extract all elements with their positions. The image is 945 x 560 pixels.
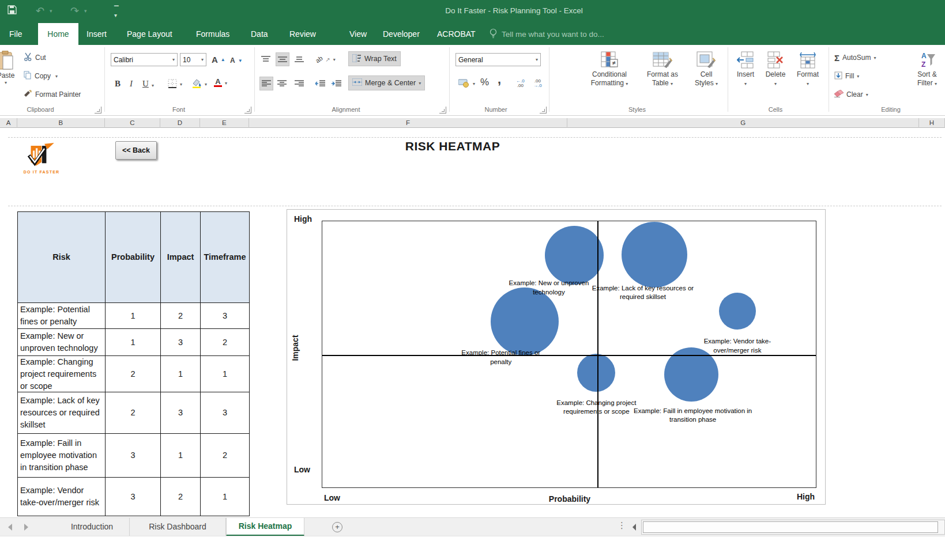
tab-developer[interactable]: Developer bbox=[383, 23, 420, 45]
increase-indent-button[interactable] bbox=[330, 77, 344, 90]
next-sheet-icon[interactable] bbox=[24, 524, 28, 531]
sheet-tab-introduction[interactable]: Introduction bbox=[55, 518, 130, 536]
delete-cells-button[interactable]: Delete▾ bbox=[761, 48, 790, 104]
tell-me-box[interactable]: Tell me what you want to do... bbox=[489, 23, 604, 45]
value-cell[interactable]: 2 bbox=[201, 329, 250, 356]
percent-style-button[interactable]: % bbox=[479, 75, 491, 89]
wrap-text-button[interactable]: Wrap Text bbox=[348, 51, 401, 66]
align-top-button[interactable] bbox=[259, 52, 272, 66]
chart-bubble[interactable] bbox=[622, 222, 687, 287]
comma-style-button[interactable]: , bbox=[496, 73, 503, 86]
format-cells-button[interactable]: Format▾ bbox=[792, 48, 823, 104]
horizontal-scrollbar[interactable] bbox=[641, 520, 945, 535]
risk-cell[interactable]: Example: Faill in employee motivation in… bbox=[18, 434, 106, 478]
tab-acrobat[interactable]: ACROBAT bbox=[437, 23, 476, 45]
italic-button[interactable]: I bbox=[128, 77, 134, 90]
chart-bubble[interactable] bbox=[577, 354, 615, 392]
value-cell[interactable]: 2 bbox=[201, 434, 250, 478]
value-cell[interactable]: 1 bbox=[106, 329, 161, 356]
fill-button[interactable]: Fill ▾ bbox=[833, 69, 861, 83]
value-cell[interactable]: 2 bbox=[106, 392, 161, 434]
alignment-dialog-launcher[interactable] bbox=[439, 107, 446, 113]
column-header-C[interactable]: C bbox=[105, 118, 160, 128]
align-left-button[interactable] bbox=[259, 77, 273, 90]
value-cell[interactable]: 3 bbox=[201, 392, 250, 434]
risk-heatmap-chart[interactable]: High Low Impact Low Probability High Exa… bbox=[287, 209, 826, 505]
clear-button[interactable]: Clear ▾ bbox=[833, 88, 870, 101]
more-options-icon[interactable]: ⋮ bbox=[618, 520, 626, 531]
align-middle-button[interactable] bbox=[276, 52, 289, 66]
orientation-button[interactable]: ab ↗ ▾ bbox=[314, 52, 337, 66]
decrease-indent-button[interactable] bbox=[314, 77, 327, 90]
sort-filter-button[interactable]: AZ Sort &Filter ▾ bbox=[910, 48, 944, 104]
tab-formulas[interactable]: Formulas bbox=[196, 23, 229, 45]
font-name-combo[interactable]: Calibri ▾ bbox=[111, 53, 178, 66]
value-cell[interactable]: 2 bbox=[106, 356, 161, 392]
column-header-G[interactable]: G bbox=[567, 118, 919, 128]
column-header-D[interactable]: D bbox=[160, 118, 200, 128]
previous-sheet-icon[interactable] bbox=[8, 524, 12, 531]
column-header-H[interactable]: H bbox=[919, 118, 945, 128]
increase-decimal-button[interactable]: ←.0.00 bbox=[514, 77, 526, 90]
value-cell[interactable]: 1 bbox=[201, 356, 250, 392]
format-painter-button[interactable]: Format Painter bbox=[22, 88, 82, 101]
value-cell[interactable]: 1 bbox=[161, 356, 201, 392]
column-header-A[interactable]: A bbox=[0, 118, 17, 128]
column-header-B[interactable]: B bbox=[17, 118, 105, 128]
borders-button[interactable]: ▾ bbox=[166, 77, 184, 91]
sheet-tab-risk-dashboard[interactable]: Risk Dashboard bbox=[130, 518, 226, 536]
tab-review[interactable]: Review bbox=[289, 23, 316, 45]
fill-color-button[interactable]: ▾ bbox=[190, 77, 209, 91]
font-size-combo[interactable]: 10 ▾ bbox=[180, 53, 206, 66]
risk-cell[interactable]: Example: Lack of key resources or requir… bbox=[18, 392, 106, 434]
value-cell[interactable]: 3 bbox=[161, 329, 201, 356]
back-button[interactable]: << Back bbox=[115, 141, 157, 160]
scroll-left-button[interactable] bbox=[628, 520, 640, 535]
value-cell[interactable]: 1 bbox=[201, 478, 250, 516]
align-bottom-button[interactable] bbox=[293, 52, 306, 66]
add-sheet-button[interactable]: + bbox=[332, 522, 342, 532]
chart-bubble[interactable] bbox=[719, 293, 756, 330]
tab-data[interactable]: Data bbox=[251, 23, 268, 45]
cut-button[interactable]: Cut bbox=[22, 51, 48, 65]
align-right-button[interactable] bbox=[293, 77, 306, 90]
conditional-formatting-button[interactable]: ≠ ConditionalFormatting ▾ bbox=[582, 48, 637, 104]
value-cell[interactable]: 3 bbox=[106, 478, 161, 516]
tab-view[interactable]: View bbox=[349, 23, 367, 45]
value-cell[interactable]: 1 bbox=[106, 303, 161, 329]
decrease-decimal-button[interactable]: .00→.0 bbox=[532, 77, 544, 90]
accounting-format-button[interactable]: ▾ bbox=[457, 77, 477, 90]
value-cell[interactable]: 2 bbox=[161, 478, 201, 516]
risk-cell[interactable]: Example: Potential fines or penalty bbox=[18, 303, 106, 329]
paste-button[interactable]: Paste ▾ bbox=[0, 48, 21, 104]
value-cell[interactable]: 3 bbox=[201, 303, 250, 329]
increase-font-size-button[interactable]: A▲ bbox=[210, 52, 227, 66]
risk-cell[interactable]: Example: New or unproven technology bbox=[18, 329, 106, 356]
value-cell[interactable]: 2 bbox=[161, 303, 201, 329]
sheet-tab-risk-heatmap[interactable]: Risk Heatmap bbox=[226, 518, 304, 536]
autosum-button[interactable]: Σ AutoSum ▾ bbox=[833, 51, 878, 65]
column-header-E[interactable]: E bbox=[200, 118, 249, 128]
font-color-button[interactable]: A ▾ bbox=[212, 76, 229, 90]
chart-bubble[interactable] bbox=[491, 287, 559, 355]
copy-button[interactable]: Copy ▾ bbox=[22, 69, 59, 83]
tab-file[interactable]: File bbox=[9, 23, 22, 45]
risk-cell[interactable]: Example: Changing project requirements o… bbox=[18, 356, 106, 392]
column-header-F[interactable]: F bbox=[249, 118, 568, 128]
risk-cell[interactable]: Example: Vendor take-over/merger risk bbox=[18, 478, 106, 516]
format-as-table-button[interactable]: Format asTable ▾ bbox=[639, 48, 686, 104]
underline-chevron[interactable]: ▾ bbox=[150, 78, 156, 92]
value-cell[interactable]: 3 bbox=[161, 392, 201, 434]
scrollbar-thumb[interactable] bbox=[643, 521, 938, 533]
font-dialog-launcher[interactable] bbox=[244, 107, 251, 113]
tab-page-layout[interactable]: Page Layout bbox=[127, 23, 172, 45]
sheet-area[interactable]: DO IT FASTER << Back RISK HEATMAP RiskPr… bbox=[0, 128, 945, 517]
tab-home[interactable]: Home bbox=[38, 23, 78, 45]
risk-table[interactable]: RiskProbabilityImpactTimeframeExample: P… bbox=[17, 211, 250, 516]
decrease-font-size-button[interactable]: A▼ bbox=[228, 54, 244, 67]
value-cell[interactable]: 1 bbox=[161, 434, 201, 478]
merge-center-button[interactable]: Merge & Center ▾ bbox=[348, 75, 425, 90]
tab-insert[interactable]: Insert bbox=[86, 23, 107, 45]
align-center-button[interactable] bbox=[276, 77, 288, 90]
find-select-button[interactable]: Find &Select ▾ bbox=[940, 48, 945, 104]
